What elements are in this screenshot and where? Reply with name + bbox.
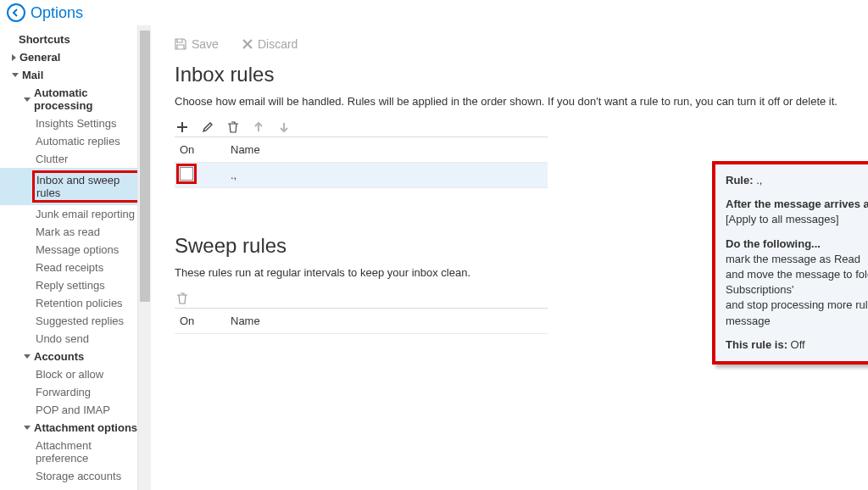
rule-detail-panel: Rule: ., After the message arrives and..…: [712, 161, 868, 365]
sidebar-item-attachment-preference[interactable]: Attachment preference: [0, 437, 144, 467]
sweep-rules-table: On Name: [175, 308, 548, 334]
sidebar-item-insights[interactable]: Insights Settings: [0, 114, 144, 132]
sidebar-group-layout[interactable]: Layout: [0, 485, 144, 490]
sidebar-group-automatic-processing[interactable]: Automatic processing: [0, 84, 144, 114]
save-label: Save: [192, 37, 219, 51]
rule-label: Rule:: [726, 174, 754, 187]
rule-do-line1: mark the message as Read: [726, 252, 868, 267]
edit-icon[interactable]: [202, 121, 214, 133]
move-up-icon: [253, 121, 264, 133]
rule-status-label: This rule is:: [726, 338, 787, 351]
back-icon[interactable]: [7, 3, 25, 22]
sidebar-label: Accounts: [34, 350, 84, 363]
sidebar-group-accounts[interactable]: Accounts: [0, 348, 144, 365]
discard-button[interactable]: Discard: [242, 37, 298, 51]
sidebar-item-message-options[interactable]: Message options: [0, 241, 144, 259]
sidebar: Shortcuts General Mail Automatic process…: [0, 25, 151, 490]
main-content: Save Discard Inbox rules Choose how emai…: [151, 25, 868, 490]
sidebar-item-pop-imap[interactable]: POP and IMAP: [0, 401, 144, 419]
col-on: On: [175, 315, 225, 327]
sidebar-item-mark-read[interactable]: Mark as read: [0, 223, 144, 241]
sidebar-label: Automatic processing: [34, 86, 144, 112]
scrollbar-thumb[interactable]: [140, 31, 150, 302]
inbox-rules-title: Inbox rules: [175, 63, 844, 86]
sidebar-item-storage-accounts[interactable]: Storage accounts: [0, 467, 144, 485]
delete-icon[interactable]: [227, 121, 239, 133]
sidebar-item-junk-email[interactable]: Junk email reporting: [0, 205, 144, 223]
sidebar-item-shortcuts[interactable]: Shortcuts: [0, 31, 144, 48]
table-header: On Name: [175, 137, 548, 163]
sidebar-label: Attachment options: [34, 421, 137, 434]
rule-do-label: Do the following...: [726, 237, 868, 252]
sidebar-item-reply-settings[interactable]: Reply settings: [0, 276, 144, 294]
sidebar-scrollbar[interactable]: [137, 25, 151, 490]
inbox-rules-description: Choose how email will be handled. Rules …: [175, 95, 844, 108]
rule-do-line2: and move the message to folder 'RSS Subs…: [726, 267, 868, 298]
rule-do-line3: and stop processing more rules on this m…: [726, 298, 868, 328]
save-button[interactable]: Save: [175, 37, 219, 51]
move-down-icon: [278, 121, 290, 133]
sidebar-item-mail[interactable]: Mail: [0, 66, 144, 84]
sidebar-item-inbox-sweep-rules[interactable]: Inbox and sweep rules: [0, 168, 144, 205]
sidebar-item-undo-send[interactable]: Undo send: [0, 330, 144, 348]
inbox-rules-table: On Name .,: [175, 136, 548, 188]
col-name: Name: [225, 315, 548, 327]
sidebar-group-attachment[interactable]: Attachment options: [0, 419, 144, 437]
col-name: Name: [225, 143, 548, 156]
sidebar-item-automatic-replies[interactable]: Automatic replies: [0, 132, 144, 150]
sidebar-item-block-allow[interactable]: Block or allow: [0, 365, 144, 383]
close-icon: [242, 39, 253, 49]
discard-label: Discard: [258, 37, 298, 51]
sidebar-highlight: Inbox and sweep rules: [32, 170, 144, 203]
sidebar-item-clutter[interactable]: Clutter: [0, 150, 144, 168]
save-icon: [175, 38, 186, 50]
rule-status-value: Off: [791, 338, 805, 351]
action-bar: Save Discard: [175, 37, 844, 51]
col-on: On: [175, 143, 225, 156]
add-icon[interactable]: [176, 121, 188, 133]
rule-name-cell: .,: [225, 169, 548, 181]
inbox-rules-toolbar: [175, 121, 844, 133]
sidebar-label: General: [19, 51, 60, 64]
rule-after-text: [Apply to all messages]: [726, 212, 868, 227]
options-header: Options: [0, 0, 868, 25]
table-header: On Name: [175, 309, 548, 334]
sidebar-item-retention[interactable]: Retention policies: [0, 294, 144, 312]
rule-on-checkbox[interactable]: [180, 167, 193, 181]
table-row[interactable]: .,: [175, 163, 548, 188]
sidebar-item-suggested-replies[interactable]: Suggested replies: [0, 312, 144, 330]
sidebar-label: Mail: [22, 69, 43, 81]
rule-after-label: After the message arrives and...: [726, 197, 868, 212]
page-title: Options: [31, 4, 83, 22]
rule-name: .,: [756, 174, 762, 187]
sidebar-item-read-receipts[interactable]: Read receipts: [0, 259, 144, 276]
sidebar-item-general[interactable]: General: [0, 48, 144, 66]
sidebar-item-forwarding[interactable]: Forwarding: [0, 383, 144, 401]
